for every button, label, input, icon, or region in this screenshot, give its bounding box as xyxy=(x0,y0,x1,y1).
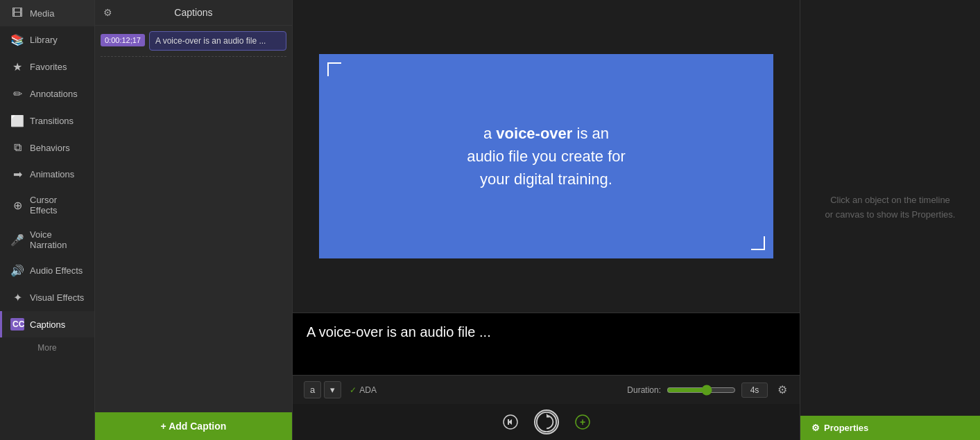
media-icon: 🎞 xyxy=(10,7,24,19)
sidebar-item-captions-label: Captions xyxy=(30,319,65,330)
sidebar-item-annotations-label: Annotations xyxy=(30,89,78,99)
sidebar-item-library-label: Library xyxy=(30,35,58,45)
caption-controls: a ▾ ✓ ADA Duration: 4s ⚙ xyxy=(293,375,800,404)
properties-button-icon: ⚙ xyxy=(811,423,820,433)
ada-check: ✓ ADA xyxy=(350,385,377,395)
timeline-controls: + xyxy=(293,404,800,440)
properties-hint: Click an object on the timeline or canva… xyxy=(800,0,980,416)
sidebar-item-animations[interactable]: ➡ Animations xyxy=(0,161,94,188)
timeline-forward-button[interactable]: + xyxy=(570,410,595,434)
properties-hint-text: Click an object on the timeline or canva… xyxy=(825,193,956,222)
duration-label: Duration: xyxy=(627,385,661,395)
favorites-icon: ★ xyxy=(10,60,24,73)
caption-timestamp: 0:00:12;17 xyxy=(101,34,145,46)
corner-bracket-tl xyxy=(327,62,341,76)
font-select-button[interactable]: a xyxy=(304,381,321,398)
duration-control: Duration: 4s xyxy=(627,382,768,398)
duration-value: 4s xyxy=(741,382,768,398)
svg-rect-2 xyxy=(508,419,509,425)
captions-panel-title: Captions xyxy=(174,7,212,18)
cursor-effects-icon: ⊕ xyxy=(10,199,24,212)
behaviors-icon: ⧉ xyxy=(10,141,24,154)
transitions-icon: ⬜ xyxy=(10,114,24,127)
play-icon xyxy=(535,410,558,434)
audio-effects-icon: 🔊 xyxy=(10,264,24,277)
timeline-back-button[interactable] xyxy=(498,410,523,434)
sidebar-item-captions[interactable]: CC Captions xyxy=(0,311,94,337)
sidebar-item-transitions-label: Transitions xyxy=(30,116,74,126)
sidebar-item-media-label: Media xyxy=(30,8,54,19)
sidebar-more[interactable]: More xyxy=(0,337,94,358)
caption-display-area: A voice-over is an audio file ... xyxy=(293,313,800,375)
sidebar: 🎞 Media 📚 Library ★ Favorites ✏ Annotati… xyxy=(0,0,95,440)
sidebar-item-favorites[interactable]: ★ Favorites xyxy=(0,53,94,80)
sidebar-item-behaviors-label: Behaviors xyxy=(30,143,70,153)
back-icon xyxy=(503,414,518,430)
sidebar-item-media[interactable]: 🎞 Media xyxy=(0,0,94,26)
duration-slider[interactable] xyxy=(667,385,736,396)
timeline-play-button[interactable] xyxy=(534,410,559,434)
sidebar-item-transitions[interactable]: ⬜ Transitions xyxy=(0,107,94,134)
captions-list: 0:00:12;17 A voice-over is an audio file… xyxy=(95,26,292,412)
library-icon: 📚 xyxy=(10,33,24,46)
properties-button-label: Properties xyxy=(824,423,868,433)
sidebar-item-voice-narration[interactable]: 🎤 Voice Narration xyxy=(0,222,94,257)
sidebar-item-behaviors[interactable]: ⧉ Behaviors xyxy=(0,134,94,161)
caption-display-text: A voice-over is an audio file ... xyxy=(307,324,491,340)
caption-text-box[interactable]: A voice-over is an audio file ... xyxy=(149,31,286,51)
corner-bracket-br xyxy=(751,236,765,250)
captions-header: ⚙ Captions xyxy=(95,0,292,26)
slide-caption-text: a voice-over is an audio file you create… xyxy=(467,122,626,191)
annotations-icon: ✏ xyxy=(10,87,24,100)
sidebar-item-animations-label: Animations xyxy=(30,169,74,179)
caption-settings-button[interactable]: ⚙ xyxy=(776,382,789,398)
svg-text:+: + xyxy=(579,416,585,428)
caption-divider xyxy=(101,56,286,57)
app-container: 🎞 Media 📚 Library ★ Favorites ✏ Annotati… xyxy=(0,0,980,440)
slide-canvas: a voice-over is an audio file you create… xyxy=(319,54,773,258)
captions-settings-icon[interactable]: ⚙ xyxy=(103,7,112,18)
main-content: a voice-over is an audio file you create… xyxy=(293,0,800,440)
forward-icon: + xyxy=(575,414,590,430)
captions-panel: ⚙ Captions 0:00:12;17 A voice-over is an… xyxy=(95,0,293,440)
list-item[interactable]: 0:00:12;17 A voice-over is an audio file… xyxy=(101,31,286,51)
font-dropdown-button[interactable]: ▾ xyxy=(324,381,341,398)
captions-icon: CC xyxy=(10,318,24,331)
sidebar-item-visual-effects-label: Visual Effects xyxy=(30,292,84,303)
properties-panel: Click an object on the timeline or canva… xyxy=(800,0,980,440)
sidebar-item-library[interactable]: 📚 Library xyxy=(0,26,94,53)
sidebar-item-cursor-effects-label: Cursor Effects xyxy=(30,195,86,215)
font-selector: a ▾ xyxy=(304,381,341,398)
sidebar-item-audio-effects[interactable]: 🔊 Audio Effects xyxy=(0,257,94,284)
sidebar-item-voice-narration-label: Voice Narration xyxy=(30,229,86,250)
animations-icon: ➡ xyxy=(10,168,24,181)
ada-check-icon: ✓ xyxy=(350,385,356,395)
visual-effects-icon: ✦ xyxy=(10,291,24,304)
ada-label: ADA xyxy=(359,385,377,395)
add-caption-button[interactable]: + Add Caption xyxy=(95,412,292,440)
sidebar-item-cursor-effects[interactable]: ⊕ Cursor Effects xyxy=(0,188,94,222)
properties-button[interactable]: ⚙ Properties xyxy=(800,416,980,440)
sidebar-item-favorites-label: Favorites xyxy=(30,62,67,72)
sidebar-item-annotations[interactable]: ✏ Annotations xyxy=(0,80,94,107)
voice-narration-icon: 🎤 xyxy=(10,234,24,247)
sidebar-item-audio-effects-label: Audio Effects xyxy=(30,265,83,276)
canvas-area: a voice-over is an audio file you create… xyxy=(293,0,800,313)
sidebar-item-visual-effects[interactable]: ✦ Visual Effects xyxy=(0,284,94,311)
